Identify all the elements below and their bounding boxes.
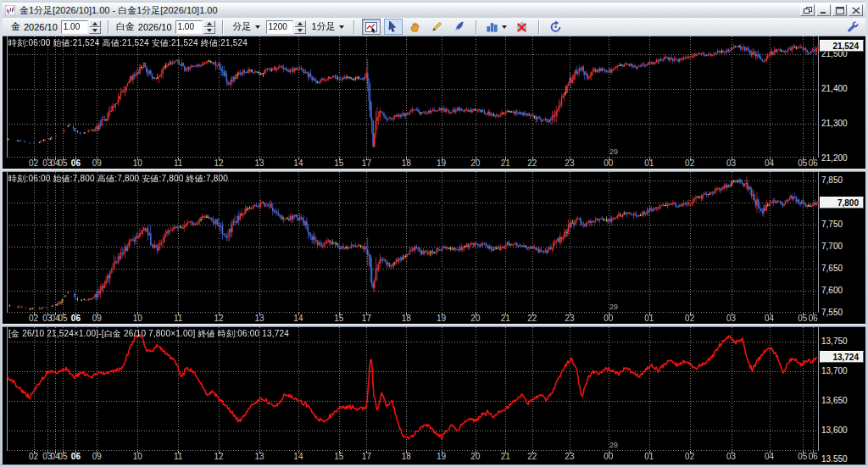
x-axis-label: 06 [809, 453, 818, 461]
x-axis-label: 13 [254, 453, 264, 461]
x-axis-label: 21 [501, 453, 510, 461]
x-axis-label: 06 [71, 314, 81, 323]
hand-icon [409, 20, 421, 33]
x-axis-label: 03 [726, 159, 736, 168]
quill-icon [453, 20, 465, 33]
x-axis-label: 02 [29, 453, 38, 461]
x-axis-label: 18 [402, 314, 411, 323]
x-axis-label: 19 [437, 314, 446, 323]
x-axis-label: 12 [214, 314, 223, 323]
x-axis-label: 20 [470, 314, 480, 323]
x-axis-label: 15 [334, 453, 343, 461]
x-axis-label: 10 [133, 314, 142, 323]
draw-line-button[interactable] [450, 19, 469, 35]
platinum-candle-canvas[interactable] [7, 172, 819, 313]
x-axis-label: 03 [726, 453, 736, 461]
platinum-time-axis: 0203040506091011121314151718192021222300… [7, 313, 819, 324]
gold-ratio-down-button[interactable] [89, 27, 101, 34]
bar-count-down-button[interactable] [294, 27, 306, 34]
gold-ratio-spinner [61, 20, 101, 34]
toolbar-separator [108, 20, 109, 34]
spread-formula-readout: [金 26/10 21,524×1.00]-[白金 26/10 7,800×1.… [8, 328, 289, 340]
y-axis-label: 7,550 [821, 308, 843, 318]
bar-count-up-button[interactable] [294, 20, 306, 27]
chart-mode-icon [364, 20, 378, 34]
minimize-button[interactable] [816, 4, 831, 16]
x-axis-label: 23 [565, 314, 574, 323]
bar-count-input[interactable] [266, 20, 293, 34]
platinum-ratio-up-button[interactable] [203, 20, 215, 27]
panel-splitter[interactable] [3, 169, 865, 172]
gold-ratio-up-button[interactable] [89, 20, 101, 27]
x-axis-label: 10 [133, 159, 142, 168]
maximize-button[interactable] [832, 4, 847, 16]
platinum-ratio-down-button[interactable] [203, 27, 215, 34]
toolbar-separator [538, 20, 540, 34]
x-axis-label: 09 [92, 453, 102, 461]
y-axis-label: 13,600 [821, 425, 848, 436]
x-axis-label: 20 [470, 453, 480, 461]
x-axis-label: 09 [92, 159, 102, 168]
title-bar[interactable]: 金1分足[2026/10]1.00 - 白金1分足[2026/10]1.00 [3, 3, 865, 18]
y-axis-label: 7,650 [821, 264, 843, 274]
window-frame [0, 0, 3, 467]
chevron-down-icon [339, 25, 344, 29]
y-axis-label: 7,850 [821, 175, 843, 186]
chart-mode-button[interactable] [362, 19, 381, 35]
date-change-label: 29 [609, 441, 618, 449]
x-axis-label: 12 [214, 453, 223, 461]
platinum-current-price-badge: 7,800 [820, 197, 864, 208]
x-axis-label: 02 [29, 314, 38, 323]
x-axis-label: 23 [565, 453, 574, 461]
y-axis-label: 21,400 [821, 84, 848, 94]
interval-dropdown[interactable]: 1分足 [309, 19, 347, 35]
settings-button[interactable] [843, 19, 861, 35]
select-cursor-button[interactable] [384, 19, 403, 35]
window-title: 金1分足[2026/10]1.00 - 白金1分足[2026/10]1.00 [19, 4, 218, 17]
popout-button[interactable] [800, 4, 815, 16]
x-axis-label: 23 [565, 159, 574, 168]
toolbar-separator [476, 20, 477, 34]
x-axis-label: 04 [765, 159, 774, 168]
x-axis-label: 01 [644, 159, 654, 168]
y-axis-label: 7,700 [821, 242, 843, 252]
x-axis-label: 17 [362, 159, 371, 168]
x-axis-label: 06 [809, 314, 818, 323]
x-axis-label: 14 [293, 453, 303, 461]
gold-ratio-input[interactable] [61, 20, 88, 34]
x-axis-label: 05 [798, 314, 807, 323]
gold-candle-canvas[interactable] [7, 36, 819, 158]
panel-splitter[interactable] [3, 324, 865, 327]
platinum-price-axis: 7,8507,8007,7507,7007,6507,6007,550 [819, 172, 868, 324]
x-axis-label: 05 [58, 453, 68, 461]
x-axis-label: 11 [174, 453, 182, 461]
platinum-ratio-input[interactable] [175, 20, 203, 34]
pan-hand-button[interactable] [406, 19, 425, 35]
date-change-label: 29 [609, 147, 618, 156]
spread-line-canvas[interactable] [7, 327, 819, 451]
close-button[interactable] [849, 4, 863, 16]
x-axis-label: 22 [527, 314, 537, 323]
x-axis-label: 22 [527, 453, 537, 461]
cursor-icon [387, 20, 399, 33]
y-axis-label: 13,700 [821, 366, 848, 376]
platinum-ratio-spinner [175, 20, 215, 34]
gold-time-axis: 0203040506091011121314151718192021222300… [7, 158, 819, 169]
refresh-icon [549, 20, 562, 33]
x-axis-label: 19 [437, 159, 446, 168]
y-axis-label: 7,750 [821, 220, 843, 230]
spread-time-axis: 0203040506091011121314151718192021222300… [7, 451, 819, 462]
x-axis-label: 05 [58, 314, 68, 323]
x-axis-label: 13 [254, 314, 264, 323]
indicator-bars-button[interactable] [484, 19, 509, 35]
pencil-button[interactable] [428, 19, 447, 35]
refresh-button[interactable] [547, 19, 565, 35]
x-axis-label: 00 [604, 314, 613, 323]
delete-drawings-button[interactable] [513, 19, 531, 35]
x-axis-label: 15 [334, 159, 343, 168]
window-frame [0, 0, 868, 3]
chart-type-dropdown[interactable]: 分足 [231, 19, 263, 35]
y-axis-label: 13,650 [821, 396, 848, 406]
spread-current-price-badge: 13,724 [820, 351, 864, 363]
x-axis-label: 14 [293, 159, 303, 168]
